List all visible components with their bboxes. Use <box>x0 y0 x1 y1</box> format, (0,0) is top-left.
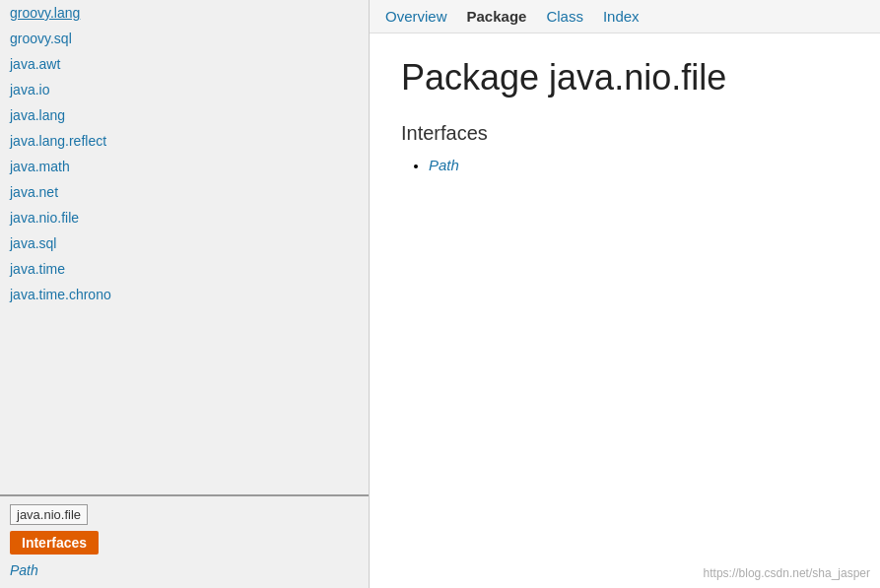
left-panel: groovy.langgroovy.sqljava.awtjava.iojava… <box>0 0 370 588</box>
content-area: Package java.nio.file Interfaces Path <box>370 33 880 588</box>
interfaces-list: Path <box>429 157 848 173</box>
interface-link[interactable]: Path <box>429 157 459 173</box>
watermark: https://blog.csdn.net/sha_jasper <box>704 566 870 580</box>
package-item[interactable]: java.awt <box>0 51 369 77</box>
bottom-path-link[interactable]: Path <box>10 560 359 580</box>
selected-package-label: java.nio.file <box>10 504 88 525</box>
package-item[interactable]: java.lang <box>0 102 369 128</box>
nav-package[interactable]: Package <box>467 8 527 25</box>
interfaces-heading: Interfaces <box>401 122 848 145</box>
nav-class[interactable]: Class <box>546 8 583 25</box>
package-item[interactable]: java.math <box>0 154 369 179</box>
package-item[interactable]: java.sql <box>0 230 369 256</box>
package-item[interactable]: java.nio.file <box>0 205 369 230</box>
package-list[interactable]: groovy.langgroovy.sqljava.awtjava.iojava… <box>0 0 369 494</box>
right-panel: Overview Package Class Index Package jav… <box>370 0 880 588</box>
bottom-panel: java.nio.file Interfaces Path <box>0 494 369 588</box>
package-item[interactable]: java.io <box>0 77 369 102</box>
nav-bar: Overview Package Class Index <box>370 0 880 33</box>
package-item[interactable]: java.time.chrono <box>0 282 369 307</box>
interface-list-item: Path <box>429 157 848 173</box>
package-title: Package java.nio.file <box>401 57 848 98</box>
package-item[interactable]: java.net <box>0 179 369 205</box>
package-item[interactable]: java.time <box>0 256 369 282</box>
interfaces-badge[interactable]: Interfaces <box>10 531 99 555</box>
nav-index[interactable]: Index <box>603 8 640 25</box>
package-item[interactable]: java.lang.reflect <box>0 128 369 154</box>
package-item[interactable]: groovy.lang <box>0 0 369 26</box>
nav-overview[interactable]: Overview <box>385 8 447 25</box>
package-item[interactable]: groovy.sql <box>0 26 369 51</box>
